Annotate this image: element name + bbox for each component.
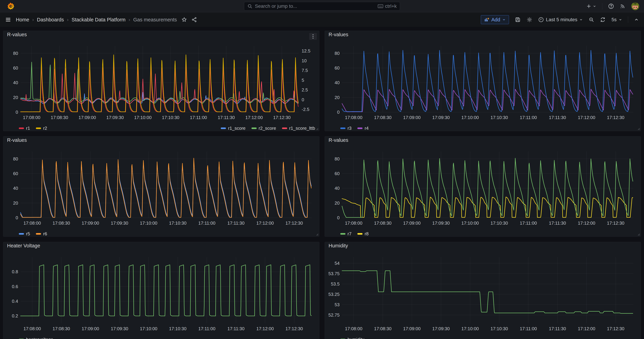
legend-item-r5[interactable]: r5 (19, 231, 30, 236)
legend-label: r7 (348, 231, 352, 236)
panel-header[interactable]: R-values (3, 136, 319, 144)
panel-r-values-3: R-values 17:08:0017:08:3017:09:0017:09:3… (3, 136, 320, 237)
panel-heater-voltage: Heater Voltage 17:08:0017:08:3017:09:001… (3, 242, 320, 339)
panel-header[interactable]: R-values (3, 31, 319, 38)
x-tick-label: 17:11:30 (218, 115, 235, 120)
x-tick-label: 17:12:00 (578, 326, 595, 331)
x-tick-label: 17:09:30 (432, 326, 450, 331)
legend-item-r8[interactable]: r8 (357, 231, 368, 236)
legend-item-r3[interactable]: r3 (340, 126, 352, 131)
legend-label: r1_score_lttb (289, 126, 315, 131)
y-right-tick-label: 0 (302, 97, 304, 102)
resize-handle[interactable] (316, 233, 318, 236)
new-button[interactable] (586, 4, 596, 9)
x-tick-label: 17:12:30 (286, 326, 303, 331)
share-button[interactable] (192, 17, 197, 22)
x-tick-label: 17:09:00 (403, 115, 421, 120)
legend-item-humidity[interactable]: humidity (340, 337, 364, 339)
kebab-icon (312, 34, 314, 39)
y-tick-label: 0.6 (12, 284, 18, 289)
panel-menu-button[interactable] (309, 33, 317, 40)
resize-handle[interactable] (316, 127, 318, 130)
time-range-picker[interactable]: Last 5 minutes (538, 17, 583, 22)
heater-voltage-chart[interactable]: 17:08:0017:08:3017:09:0017:09:3017:10:00… (3, 250, 319, 336)
y-tick-label: 53.25 (328, 292, 340, 297)
divider (628, 16, 628, 23)
news-button[interactable] (620, 4, 625, 9)
legend-label: r6 (43, 231, 47, 236)
help-button[interactable] (608, 3, 614, 9)
y-tick-label: 0.4 (12, 299, 18, 304)
panel-title: R-values (328, 137, 348, 143)
x-tick-label: 17:12:30 (607, 326, 624, 331)
y-tick-label: 53.75 (328, 271, 340, 276)
y-tick-label: 54 (334, 261, 340, 266)
x-tick-label: 17:10:00 (461, 326, 479, 331)
series-r5 (20, 160, 311, 217)
humidity-chart[interactable]: 17:08:0017:08:3017:09:0017:09:3017:10:00… (325, 250, 641, 336)
panel-2-chart[interactable]: 17:08:0017:08:3017:09:0017:09:3017:10:00… (325, 38, 641, 124)
panel-1-chart[interactable]: 17:08:0017:08:3017:09:0017:09:3017:10:00… (3, 38, 319, 124)
legend-item-r6[interactable]: r6 (36, 231, 47, 236)
y-right-tick-label: 7.5 (302, 68, 308, 73)
panel-header[interactable]: R-values (325, 31, 641, 38)
legend-item-r2[interactable]: r2 (36, 126, 47, 131)
panel-title: Humidity (328, 243, 348, 248)
legend-item-r7[interactable]: r7 (340, 231, 352, 236)
hamburger-icon (5, 17, 11, 22)
panel-header[interactable]: Humidity (325, 242, 641, 250)
panel-legend: r3r4 (325, 124, 641, 131)
legend-item-r1[interactable]: r1 (19, 126, 30, 131)
x-tick-label: 17:09:00 (403, 326, 421, 331)
refresh-interval-picker[interactable]: 5s (612, 17, 622, 22)
x-tick-label: 17:08:00 (345, 326, 362, 331)
collapse-toolbar-button[interactable] (634, 17, 639, 22)
panel-legend: humidity (325, 336, 641, 339)
x-tick-label: 17:10:30 (490, 115, 508, 120)
panel-3-chart[interactable]: 17:08:0017:08:3017:09:0017:09:3017:10:00… (3, 144, 319, 230)
refresh-button[interactable] (600, 17, 606, 22)
breadcrumb-dashboards[interactable]: Dashboards (37, 17, 64, 22)
star-icon (182, 17, 187, 22)
breadcrumb-current[interactable]: Gas measurements (133, 17, 177, 22)
x-tick-label: 17:12:00 (578, 220, 595, 226)
refresh-interval-label: 5s (612, 17, 616, 22)
menu-toggle[interactable] (5, 17, 11, 22)
x-tick-label: 17:10:30 (490, 220, 508, 226)
x-tick-label: 17:09:00 (78, 115, 96, 120)
legend-item-r1_score_lttb[interactable]: r1_score_lttb (282, 126, 315, 131)
favorite-button[interactable] (182, 17, 187, 22)
legend-item-r1_score[interactable]: r1_score (221, 126, 246, 131)
legend-item-r2_score[interactable]: r2_score (252, 126, 276, 131)
settings-button[interactable] (526, 17, 532, 22)
legend-swatch (221, 128, 226, 129)
breadcrumb-folder[interactable]: Stackable Data Platform (72, 17, 126, 22)
legend-item-heatervoltage[interactable]: heatervoltage (19, 337, 53, 339)
y-right-tick-label: 5 (302, 78, 304, 83)
panel-4-chart[interactable]: 17:08:0017:08:3017:09:0017:09:3017:10:00… (325, 144, 641, 230)
y-tick-label: 40 (334, 186, 340, 191)
x-tick-label: 17:10:00 (461, 220, 479, 226)
panel-header[interactable]: Heater Voltage (3, 242, 319, 250)
panel-header[interactable]: R-values (325, 136, 641, 144)
x-tick-label: 17:08:30 (374, 115, 392, 120)
y-tick-label: 60 (334, 171, 340, 176)
avatar[interactable] (631, 2, 639, 10)
save-button[interactable] (515, 17, 521, 22)
x-tick-label: 17:09:30 (106, 115, 124, 120)
y-tick-label: 80 (13, 51, 18, 56)
legend-swatch (340, 233, 346, 235)
panel-legend: heatervoltage (3, 336, 319, 339)
legend-item-r4[interactable]: r4 (357, 126, 368, 131)
resize-handle[interactable] (637, 233, 640, 236)
series-r1_score (20, 92, 298, 104)
search-input[interactable]: Search or jump to... ctrl+k (244, 2, 400, 10)
series-heatervoltage (20, 265, 311, 316)
breadcrumb-home[interactable]: Home (16, 17, 29, 22)
resize-handle[interactable] (637, 127, 640, 130)
add-button[interactable]: Add (481, 15, 509, 24)
grafana-logo[interactable] (7, 2, 15, 10)
zoom-out-button[interactable] (589, 17, 594, 22)
x-tick-label: 17:10:30 (490, 326, 508, 331)
breadcrumb-separator: › (67, 17, 68, 22)
